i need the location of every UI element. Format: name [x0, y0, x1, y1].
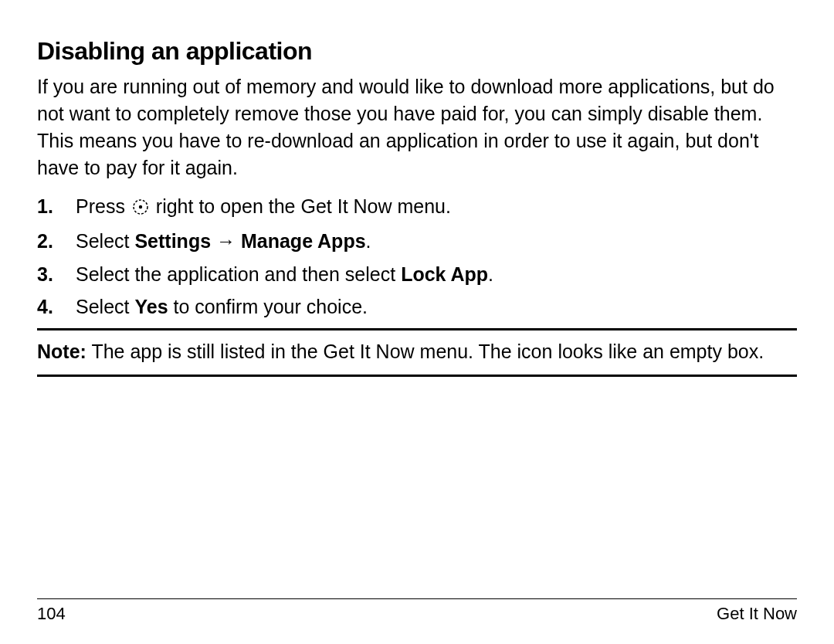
note-text: The app is still listed in the Get It No…: [86, 341, 764, 362]
arrow-icon: →: [211, 230, 241, 252]
step-2-settings: Settings: [134, 230, 211, 252]
svg-point-1: [139, 205, 142, 208]
step-3-lock-app: Lock App: [401, 263, 488, 285]
step-1: Press right to open the Get It Now menu.: [37, 192, 797, 222]
step-4-yes: Yes: [134, 296, 168, 317]
step-4-pre: Select: [76, 296, 134, 317]
step-2-pre: Select: [76, 230, 134, 252]
step-2: Select Settings → Manage Apps.: [37, 227, 797, 255]
step-3-pre: Select the application and then select: [76, 263, 401, 285]
intro-paragraph: If you are running out of memory and wou…: [37, 73, 797, 181]
page-number: 104: [37, 604, 66, 624]
note-body: Note: The app is still listed in the Get…: [37, 338, 797, 365]
step-1-post: right to open the Get It Now menu.: [151, 195, 451, 217]
step-2-manage-apps: Manage Apps: [241, 230, 366, 252]
step-4: Select Yes to confirm your choice.: [37, 293, 797, 320]
note-label: Note:: [37, 341, 86, 362]
nav-key-icon: [132, 195, 149, 222]
note-block: Note: The app is still listed in the Get…: [37, 328, 797, 377]
section-heading: Disabling an application: [37, 37, 797, 66]
step-3-post: .: [488, 263, 493, 285]
step-4-post: to confirm your choice.: [168, 296, 368, 317]
step-2-post: .: [366, 230, 371, 252]
step-3: Select the application and then select L…: [37, 260, 797, 288]
page-footer: 104 Get It Now: [37, 598, 797, 624]
instruction-list: Press right to open the Get It Now menu.…: [37, 192, 797, 320]
step-1-pre: Press: [76, 195, 131, 217]
section-name: Get It Now: [717, 604, 797, 624]
